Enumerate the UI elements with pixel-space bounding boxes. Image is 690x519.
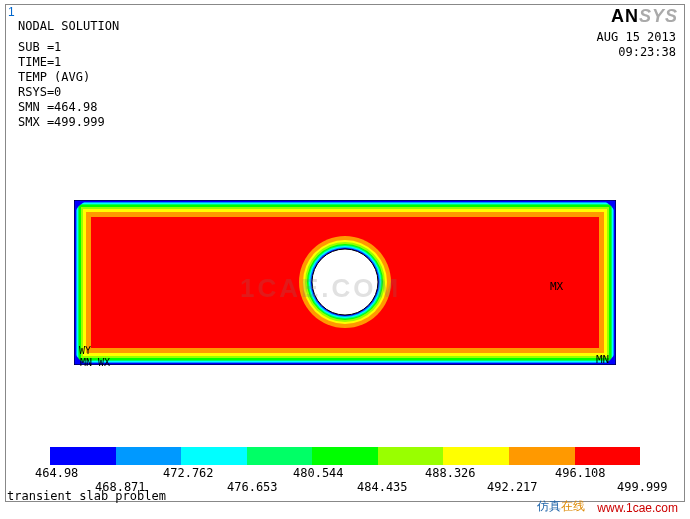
footer-brand: 仿真在线 — [537, 498, 585, 515]
tick-0: 464.98 — [35, 466, 78, 480]
result-header: SUB =1 TIME=1 TEMP (AVG) RSYS=0 SMN =464… — [18, 40, 105, 130]
tick-7: 492.217 — [487, 480, 538, 494]
legend-swatch-8 — [509, 447, 575, 465]
plot-caption: transient slab problem — [7, 489, 166, 503]
timestamp: AUG 15 2013 09:23:38 — [597, 30, 676, 60]
mx-marker: MX — [550, 280, 563, 293]
footer-url: www.1cae.com — [597, 501, 678, 515]
ansys-logo: ANSYS — [611, 6, 678, 27]
smx-line: SMX =499.999 — [18, 115, 105, 130]
logo-part2: SYS — [639, 6, 678, 26]
tick-9: 499.999 — [617, 480, 668, 494]
footer-brand-a: 仿真 — [537, 499, 561, 513]
legend-swatch-7 — [443, 447, 509, 465]
smn-line: SMN =464.98 — [18, 100, 105, 115]
window-number: 1 — [8, 5, 15, 19]
time: 09:23:38 — [597, 45, 676, 60]
legend-swatch-6 — [378, 447, 444, 465]
date: AUG 15 2013 — [597, 30, 676, 45]
contour-plot — [74, 200, 616, 365]
mn-marker: MN — [596, 353, 609, 366]
tick-5: 484.435 — [357, 480, 408, 494]
legend-swatch-4 — [247, 447, 313, 465]
wy-marker: WY — [79, 345, 91, 356]
tick-8: 496.108 — [555, 466, 606, 480]
solution-title: NODAL SOLUTION — [18, 19, 119, 33]
contour-svg — [74, 200, 616, 365]
legend-swatch-5 — [312, 447, 378, 465]
color-legend — [50, 447, 640, 465]
tick-2: 472.762 — [163, 466, 214, 480]
tick-3: 476.653 — [227, 480, 278, 494]
rsys-line: RSYS=0 — [18, 85, 105, 100]
legend-swatch-2 — [116, 447, 182, 465]
footer-brand-b: 在线 — [561, 499, 585, 513]
tick-4: 480.544 — [293, 466, 344, 480]
wx-marker: MN WX — [80, 357, 110, 368]
tick-6: 488.326 — [425, 466, 476, 480]
sub-line: SUB =1 — [18, 40, 105, 55]
temp-line: TEMP (AVG) — [18, 70, 105, 85]
legend-swatch-1 — [50, 447, 116, 465]
legend-swatch-3 — [181, 447, 247, 465]
logo-part1: AN — [611, 6, 639, 26]
legend-swatch-9 — [575, 447, 641, 465]
time-line: TIME=1 — [18, 55, 105, 70]
